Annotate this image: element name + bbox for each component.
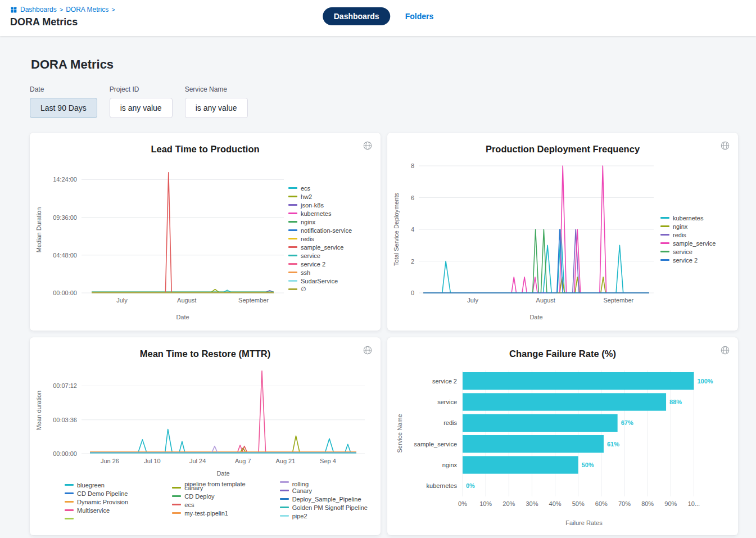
breadcrumb-link-dashboards[interactable]: Dashboards xyxy=(20,6,57,13)
legend-label: Dynamic Provision xyxy=(77,499,128,505)
project-id-filter-button[interactable]: is any value xyxy=(110,98,173,118)
legend-label: Golden PM Signoff Pipeline xyxy=(292,504,368,511)
legend-swatch xyxy=(288,213,297,214)
legend-label: sample_service xyxy=(673,240,716,247)
legend-item[interactable]: service 2 xyxy=(660,256,731,264)
legend-item[interactable]: kubernetes xyxy=(288,209,374,218)
svg-text:00:00:00: 00:00:00 xyxy=(53,290,77,296)
legend-item[interactable]: kubernetes xyxy=(660,214,731,222)
legend-item[interactable]: redis xyxy=(660,230,731,239)
svg-text:14:24:00: 14:24:00 xyxy=(53,176,77,183)
legend-swatch xyxy=(288,221,297,223)
globe-icon[interactable] xyxy=(363,141,373,151)
svg-text:60%: 60% xyxy=(595,500,608,507)
legend-item[interactable]: ecs xyxy=(172,500,260,509)
legend-item[interactable]: json-k8s xyxy=(288,201,374,209)
dashboards-grid-icon xyxy=(10,6,17,13)
legend-item[interactable]: notification-service xyxy=(288,226,374,234)
legend-item[interactable]: redis xyxy=(288,234,374,243)
legend-item[interactable]: Golden PM Signoff Pipeline xyxy=(280,503,368,512)
legend-item[interactable]: my-test-pipelin1 xyxy=(172,509,260,517)
deployment-frequency-chart: 02468JulyAugustSeptemberDateTotal Servic… xyxy=(392,155,660,322)
legend-swatch xyxy=(172,504,181,505)
filter-project-id-label: Project ID xyxy=(110,85,173,93)
legend-swatch xyxy=(288,229,297,231)
legend-item[interactable]: Dynamic Provision xyxy=(65,498,153,506)
legend-item[interactable]: SudarService xyxy=(288,277,374,285)
filter-bar: Date Last 90 Days Project ID is any valu… xyxy=(30,85,726,118)
svg-text:Jun 26: Jun 26 xyxy=(101,458,119,464)
svg-text:20%: 20% xyxy=(503,500,515,507)
dashboard-page: DORA Metrics Date Last 90 Days Project I… xyxy=(0,57,756,535)
legend-item[interactable]: sample_service xyxy=(660,239,731,247)
legend-item[interactable]: ecs xyxy=(288,184,374,192)
legend-swatch xyxy=(280,507,289,508)
legend-swatch xyxy=(660,242,669,244)
legend-swatch xyxy=(660,225,669,227)
svg-text:Date: Date xyxy=(529,314,542,320)
legend-item[interactable]: nginx xyxy=(288,218,374,226)
service-name-filter-button[interactable]: is any value xyxy=(185,98,248,118)
legend-label: service xyxy=(301,252,320,259)
date-filter-button[interactable]: Last 90 Days xyxy=(30,98,97,118)
legend-swatch xyxy=(172,512,181,514)
svg-text:July: July xyxy=(116,297,128,304)
svg-text:61%: 61% xyxy=(607,441,619,447)
legend-item[interactable]: Canary xyxy=(280,486,368,495)
filter-project-id: Project ID is any value xyxy=(110,85,173,118)
svg-text:August: August xyxy=(177,297,196,304)
svg-text:70%: 70% xyxy=(618,500,631,507)
svg-text:August: August xyxy=(536,297,555,304)
card-lead-time-to-production: Lead Time to Production 00:00:0004:48:00… xyxy=(30,133,381,331)
filter-service-name: Service Name is any value xyxy=(185,85,248,118)
legend-swatch xyxy=(65,509,74,511)
legend-item[interactable]: service xyxy=(288,251,374,260)
legend-label: CD Demo Pipeline xyxy=(77,490,128,497)
top-bar: Dashboards > DORA Metrics > DORA Metrics… xyxy=(0,0,756,36)
legend-swatch xyxy=(65,501,74,503)
legend-label: Multiservice xyxy=(77,507,110,514)
legend-label: kubernetes xyxy=(673,215,703,221)
legend-item[interactable]: CD Demo Pipeline xyxy=(65,489,153,498)
change-failure-rate-chart: 0%10%20%30%40%50%60%70%80%90%10...servic… xyxy=(394,361,731,528)
legend-item[interactable]: service 2 xyxy=(288,260,374,268)
svg-text:2: 2 xyxy=(411,258,414,265)
tab-dashboards[interactable]: Dashboards xyxy=(323,7,391,25)
legend-item[interactable]: hw2 xyxy=(288,192,374,201)
svg-text:00:07:12: 00:07:12 xyxy=(53,382,77,389)
legend-item[interactable]: Multiservice xyxy=(65,506,153,514)
legend-swatch xyxy=(288,196,297,197)
svg-text:redis: redis xyxy=(443,419,457,426)
breadcrumb-link-dora-metrics[interactable]: DORA Metrics xyxy=(66,6,108,13)
svg-text:100%: 100% xyxy=(697,378,713,385)
legend-item[interactable]: pipe2 xyxy=(280,512,368,520)
legend-swatch xyxy=(280,515,289,517)
svg-text:40%: 40% xyxy=(549,500,562,507)
deployment-frequency-legend: kubernetesnginxredissample_serviceservic… xyxy=(660,214,731,264)
legend-label: bluegreen xyxy=(77,482,105,489)
legend-item[interactable]: bluegreen xyxy=(65,481,153,489)
svg-text:00:03:36: 00:03:36 xyxy=(53,417,77,423)
svg-text:50%: 50% xyxy=(572,500,585,507)
globe-icon[interactable] xyxy=(363,345,373,355)
legend-item[interactable]: sample_service xyxy=(288,243,374,251)
mttr-legend: bluegreenCD Demo PipelineDynamic Provisi… xyxy=(65,481,368,520)
legend-swatch xyxy=(660,259,669,261)
legend-label: sample_service xyxy=(301,244,343,251)
legend-item[interactable]: nginx xyxy=(660,222,731,230)
legend-label: SudarService xyxy=(301,278,338,284)
legend-item[interactable]: Deploy_Sample_Pipeline xyxy=(280,495,368,503)
globe-icon[interactable] xyxy=(720,141,730,151)
legend-label: ecs xyxy=(301,185,310,192)
legend-item[interactable]: CD Deploy xyxy=(172,492,260,500)
legend-item[interactable]: ∅ xyxy=(288,285,374,293)
legend-label: redis xyxy=(301,236,314,242)
legend-swatch xyxy=(660,217,669,219)
svg-text:0%: 0% xyxy=(458,500,467,507)
globe-icon[interactable] xyxy=(720,345,730,355)
tab-folders[interactable]: Folders xyxy=(405,12,434,21)
legend-item[interactable]: service xyxy=(660,247,731,256)
breadcrumb-separator: > xyxy=(111,6,115,13)
legend-label: ∅ xyxy=(301,286,306,293)
legend-item[interactable]: ssh xyxy=(288,268,374,277)
